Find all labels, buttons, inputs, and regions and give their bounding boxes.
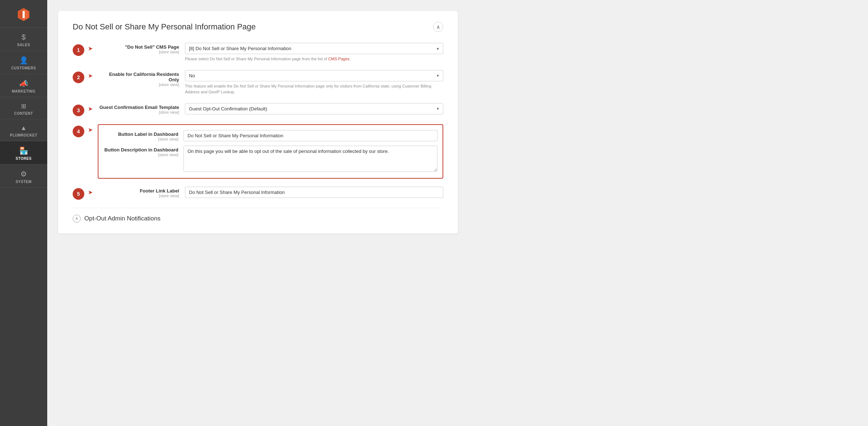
sidebar-item-label-system: SYSTEM — [16, 180, 32, 184]
sidebar-item-label-content: CONTENT — [14, 111, 33, 115]
step-badge-2: 2 — [73, 72, 84, 83]
arrow-icon-3: ➤ — [88, 105, 93, 112]
form-row-1: 1 ➤ "Do Not Sell" CMS Page [store view] … — [73, 43, 443, 62]
opt-out-title: Opt-Out Admin Notifications — [84, 215, 161, 222]
arrow-icon-2: ➤ — [88, 72, 93, 79]
svg-rect-3 — [23, 11, 25, 18]
highlight-group: Button Label in Dashboard [store view] B… — [98, 124, 443, 179]
field-control-5 — [185, 187, 443, 198]
content-icon: ⊞ — [21, 102, 26, 110]
highlight-sub-row-description: Button Description in Dashboard [store v… — [104, 146, 437, 173]
field-control-3: Guest Opt-Out Confirmation (Default) — [185, 103, 443, 114]
sidebar-item-sales[interactable]: $ SALES — [0, 28, 47, 51]
marketing-icon: 📣 — [19, 79, 28, 88]
sidebar-item-content[interactable]: ⊞ CONTENT — [0, 97, 47, 119]
sidebar-item-label-sales: SALES — [17, 43, 30, 47]
arrow-icon-1: ➤ — [88, 45, 93, 52]
step-badge-4: 4 — [73, 126, 84, 137]
field-control-4b: On this page you will be able to opt out… — [183, 146, 437, 173]
highlight-sub-row-label: Button Label in Dashboard [store view] — [104, 130, 437, 141]
field-label-wrap-5: Footer Link Label [store view] — [98, 188, 185, 198]
store-view-3: [store view] — [98, 110, 179, 114]
collapse-button[interactable]: ∧ — [433, 22, 443, 32]
sidebar-item-label-marketing: MARKETING — [12, 89, 35, 93]
form-row-2: 2 ➤ Enable for California Residents Only… — [73, 70, 443, 95]
email-template-select[interactable]: Guest Opt-Out Confirmation (Default) — [185, 103, 443, 114]
button-description-textarea[interactable]: On this page you will be able to opt out… — [183, 146, 437, 172]
opt-out-section: ∧ Opt-Out Admin Notifications — [73, 208, 443, 223]
field-control-1: [8] Do Not Sell or Share My Personal Inf… — [185, 43, 443, 62]
field-label-4b: Button Description in Dashboard — [104, 147, 178, 153]
store-view-2: [store view] — [98, 82, 179, 87]
select-wrap-2: No — [185, 70, 443, 81]
select-wrap-1: [8] Do Not Sell or Share My Personal Inf… — [185, 43, 443, 54]
step-badge-3: 3 — [73, 105, 84, 116]
sidebar: $ SALES 👤 CUSTOMERS 📣 MARKETING ⊞ CONTEN… — [0, 0, 47, 426]
step-badge-5: 5 — [73, 188, 84, 200]
section-title: Do Not Sell or Share My Personal Informa… — [73, 22, 256, 32]
field-control-4a — [183, 130, 437, 141]
button-label-input[interactable] — [183, 130, 437, 141]
form-row-3: 3 ➤ Guest Confirmation Email Template [s… — [73, 103, 443, 116]
field-label-4a: Button Label in Dashboard — [104, 131, 178, 137]
sidebar-item-marketing[interactable]: 📣 MARKETING — [0, 74, 47, 97]
sidebar-item-plumrocket[interactable]: ▲ PLUMROCKET — [0, 119, 47, 141]
field-label-2: Enable for California Residents Only — [98, 72, 179, 82]
sales-icon: $ — [21, 33, 25, 41]
field-hint-1: Please select Do Not Sell or Share My Pe… — [185, 56, 443, 62]
form-row-5: 5 ➤ Footer Link Label [store view] — [73, 187, 443, 200]
store-view-4a: [store view] — [104, 137, 178, 141]
main-content: Do Not Sell or Share My Personal Informa… — [47, 0, 868, 426]
store-view-5: [store view] — [98, 194, 179, 198]
arrow-icon-4: ➤ — [88, 126, 93, 133]
settings-card: Do Not Sell or Share My Personal Informa… — [58, 11, 458, 234]
sidebar-item-label-plumrocket: PLUMROCKET — [10, 133, 37, 137]
sidebar-item-customers[interactable]: 👤 CUSTOMERS — [0, 51, 47, 74]
customers-icon: 👤 — [19, 56, 28, 65]
field-label-1: "Do Not Sell" CMS Page — [98, 44, 179, 50]
sidebar-item-label-stores: STORES — [16, 157, 32, 161]
cms-page-select[interactable]: [8] Do Not Sell or Share My Personal Inf… — [185, 43, 443, 54]
field-hint-2: This feature will enable the Do Not Sell… — [185, 83, 443, 95]
field-label-wrap-4a: Button Label in Dashboard [store view] — [104, 131, 183, 141]
footer-link-label-input[interactable] — [185, 187, 443, 198]
field-label-wrap-3: Guest Confirmation Email Template [store… — [98, 105, 185, 114]
sidebar-item-label-customers: CUSTOMERS — [11, 66, 36, 70]
field-label-3: Guest Confirmation Email Template — [98, 105, 179, 110]
magento-logo-icon — [16, 7, 32, 23]
sidebar-item-stores[interactable]: 🏪 STORES — [0, 141, 47, 165]
plumrocket-icon: ▲ — [21, 125, 27, 132]
sidebar-item-system[interactable]: ⚙ SYSTEM — [0, 165, 47, 188]
opt-out-collapse-button[interactable]: ∧ — [73, 215, 81, 223]
select-wrap-3: Guest Opt-Out Confirmation (Default) — [185, 103, 443, 114]
field-label-5: Footer Link Label — [98, 188, 179, 194]
sidebar-logo — [0, 0, 47, 28]
step-badge-1: 1 — [73, 44, 84, 56]
collapse-icon: ∧ — [436, 24, 440, 30]
field-label-wrap-2: Enable for California Residents Only [st… — [98, 72, 185, 87]
stores-icon: 🏪 — [19, 146, 28, 155]
system-icon: ⚙ — [20, 170, 27, 178]
store-view-4b: [store view] — [104, 153, 178, 157]
field-label-wrap-4b: Button Description in Dashboard [store v… — [104, 147, 183, 157]
field-label-wrap-1: "Do Not Sell" CMS Page [store view] — [98, 44, 185, 54]
california-only-select[interactable]: No — [185, 70, 443, 81]
store-view-1: [store view] — [98, 50, 179, 54]
form-row-4: 4 ➤ Button Label in Dashboard [store vie… — [73, 124, 443, 179]
section-header: Do Not Sell or Share My Personal Informa… — [73, 22, 443, 32]
arrow-icon-5: ➤ — [88, 189, 93, 196]
field-control-2: No This feature will enable the Do Not S… — [185, 70, 443, 95]
cms-pages-link[interactable]: CMS Pages — [328, 57, 350, 61]
